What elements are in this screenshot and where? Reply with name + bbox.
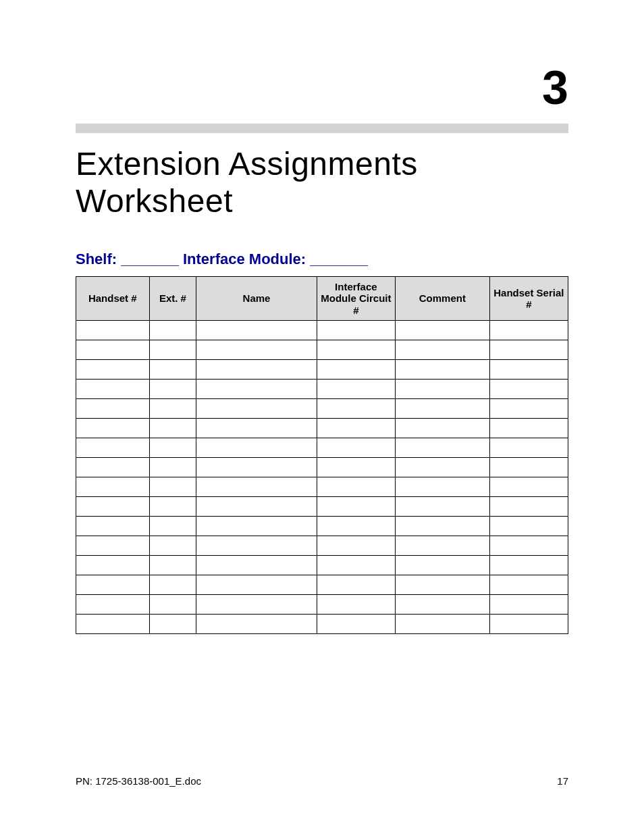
page-title: Extension Assignments Worksheet <box>76 145 568 219</box>
table-row <box>76 614 568 633</box>
table-cell <box>489 379 568 398</box>
table-cell <box>317 575 395 594</box>
table-cell <box>76 418 150 438</box>
col-header-comment: Comment <box>396 277 490 321</box>
table-cell <box>396 477 490 496</box>
footer-part-number: PN: 1725-36138-001_E.doc <box>76 775 201 787</box>
table-cell <box>396 340 490 359</box>
table-cell <box>489 320 568 340</box>
table-cell <box>76 340 150 359</box>
table-cell <box>196 340 317 359</box>
table-row <box>76 379 568 398</box>
table-cell <box>396 359 490 379</box>
table-cell <box>396 555 490 575</box>
horizontal-rule <box>76 124 568 133</box>
table-cell <box>396 575 490 594</box>
table-row <box>76 320 568 340</box>
table-cell <box>76 320 150 340</box>
table-cell <box>76 496 150 516</box>
table-cell <box>396 418 490 438</box>
table-cell <box>396 398 490 418</box>
col-header-ext-num: Ext. # <box>149 277 196 321</box>
table-row <box>76 555 568 575</box>
table-cell <box>317 340 395 359</box>
col-header-name: Name <box>196 277 317 321</box>
col-header-serial-num: Handset Serial # <box>489 277 568 321</box>
table-cell <box>317 438 395 457</box>
table-cell <box>76 594 150 614</box>
table-cell <box>396 438 490 457</box>
table-cell <box>76 516 150 536</box>
table-row <box>76 340 568 359</box>
table-cell <box>196 320 317 340</box>
table-row <box>76 496 568 516</box>
table-row <box>76 457 568 477</box>
table-cell <box>317 536 395 555</box>
table-cell <box>76 379 150 398</box>
table-cell <box>489 438 568 457</box>
table-cell <box>196 477 317 496</box>
table-cell <box>489 477 568 496</box>
table-cell <box>196 516 317 536</box>
table-cell <box>76 555 150 575</box>
table-cell <box>149 398 196 418</box>
table-cell <box>196 438 317 457</box>
table-cell <box>396 594 490 614</box>
table-cell <box>149 438 196 457</box>
table-cell <box>196 398 317 418</box>
table-cell <box>149 379 196 398</box>
chapter-number: 3 <box>76 64 568 111</box>
table-cell <box>396 496 490 516</box>
footer-page-number: 17 <box>557 775 568 787</box>
table-cell <box>489 359 568 379</box>
table-cell <box>396 536 490 555</box>
table-cell <box>317 457 395 477</box>
table-cell <box>317 359 395 379</box>
table-cell <box>149 320 196 340</box>
table-row <box>76 516 568 536</box>
table-cell <box>317 477 395 496</box>
table-row <box>76 438 568 457</box>
table-cell <box>489 516 568 536</box>
table-cell <box>396 457 490 477</box>
table-cell <box>196 575 317 594</box>
table-cell <box>317 594 395 614</box>
table-cell <box>149 359 196 379</box>
table-cell <box>317 320 395 340</box>
table-cell <box>489 340 568 359</box>
table-row <box>76 359 568 379</box>
table-cell <box>196 379 317 398</box>
table-cell <box>149 477 196 496</box>
table-cell <box>149 418 196 438</box>
table-cell <box>489 398 568 418</box>
table-cell <box>196 555 317 575</box>
table-cell <box>489 496 568 516</box>
table-cell <box>76 575 150 594</box>
page-container: 3 Extension Assignments Worksheet Shelf:… <box>0 0 644 834</box>
table-row <box>76 575 568 594</box>
table-cell <box>196 418 317 438</box>
table-header-row: Handset # Ext. # Name Interface Module C… <box>76 277 568 321</box>
page-footer: PN: 1725-36138-001_E.doc 17 <box>76 775 568 787</box>
table-cell <box>489 555 568 575</box>
table-cell <box>196 536 317 555</box>
table-cell <box>317 418 395 438</box>
table-cell <box>396 379 490 398</box>
table-cell <box>149 575 196 594</box>
table-cell <box>149 614 196 633</box>
table-cell <box>489 457 568 477</box>
table-cell <box>149 340 196 359</box>
table-cell <box>317 516 395 536</box>
extension-assignments-table: Handset # Ext. # Name Interface Module C… <box>76 276 568 634</box>
table-cell <box>149 594 196 614</box>
table-row <box>76 594 568 614</box>
table-cell <box>149 516 196 536</box>
table-cell <box>76 457 150 477</box>
table-cell <box>76 398 150 418</box>
shelf-interface-subheading: Shelf: _______ Interface Module: _______ <box>76 251 568 268</box>
table-row <box>76 536 568 555</box>
table-cell <box>489 575 568 594</box>
table-cell <box>396 614 490 633</box>
table-cell <box>396 320 490 340</box>
table-cell <box>317 614 395 633</box>
